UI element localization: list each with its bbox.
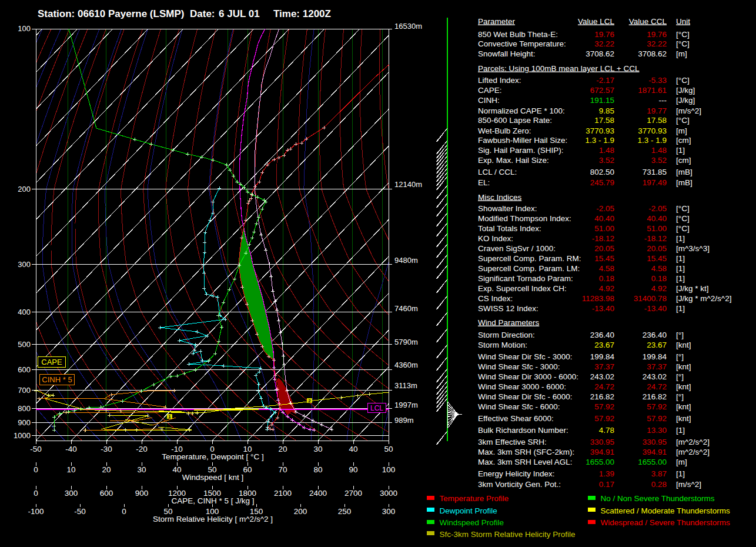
svg-text:1.48: 1.48	[599, 146, 614, 155]
svg-text:40: 40	[172, 465, 181, 474]
svg-text:216.82: 216.82	[590, 392, 614, 401]
svg-text:Supercell Comp. Param. RM:: Supercell Comp. Param. RM:	[478, 254, 581, 263]
svg-text:32.22: 32.22	[647, 39, 667, 48]
svg-text:[mB]: [mB]	[676, 168, 693, 176]
svg-text:CS Index:: CS Index:	[478, 294, 513, 303]
svg-text:80: 80	[313, 465, 322, 474]
svg-text:10: 10	[66, 465, 75, 474]
svg-text:[1]: [1]	[676, 469, 685, 478]
svg-text:3.52: 3.52	[599, 156, 614, 165]
svg-text:50: 50	[384, 445, 393, 453]
svg-text:6 JUL 01: 6 JUL 01	[219, 8, 260, 19]
svg-text:CAPE:: CAPE:	[478, 86, 502, 95]
svg-text:900: 900	[135, 489, 149, 498]
svg-text:Scattered / Moderate Thunderst: Scattered / Moderate Thunderstorms	[601, 506, 731, 515]
svg-text:330.95: 330.95	[643, 438, 667, 446]
svg-text:57.92: 57.92	[594, 414, 614, 423]
svg-text:[J/kg]: [J/kg]	[676, 96, 695, 105]
svg-text:Modified Thompson Index:: Modified Thompson Index:	[478, 214, 571, 223]
svg-text:51.00: 51.00	[647, 224, 667, 233]
svg-text:[m^2/s^2]: [m^2/s^2]	[676, 438, 710, 446]
svg-text:[1]: [1]	[676, 264, 685, 273]
svg-text:Unit: Unit	[676, 17, 690, 26]
svg-text:394.91: 394.91	[590, 448, 614, 456]
svg-text:SWISS 12 Index:: SWISS 12 Index:	[478, 304, 538, 313]
svg-text:17.58: 17.58	[647, 116, 667, 125]
svg-text:Temperature, Dewpoint [ °C ]: Temperature, Dewpoint [ °C ]	[162, 452, 263, 461]
svg-text:[knt]: [knt]	[676, 414, 691, 423]
svg-text:[1]: [1]	[676, 146, 685, 155]
svg-text:19.76: 19.76	[594, 30, 614, 39]
svg-text:[°]: [°]	[676, 372, 684, 381]
svg-text:Sfc-3km Storm Relative Helicit: Sfc-3km Storm Relative Helicity Profile	[440, 530, 576, 539]
svg-text:-18.12: -18.12	[592, 234, 614, 243]
svg-text:Bulk Richardson Number:: Bulk Richardson Number:	[478, 426, 568, 435]
svg-text:32.22: 32.22	[594, 39, 614, 48]
svg-text:3770.93: 3770.93	[638, 126, 667, 135]
svg-text:-2.05: -2.05	[648, 204, 667, 213]
svg-text:9.85: 9.85	[599, 106, 614, 115]
svg-text:CAPE, CINH * 5 [ J/kg ]: CAPE, CINH * 5 [ J/kg ]	[171, 496, 254, 505]
svg-text:19.76: 19.76	[647, 30, 667, 39]
svg-text:70: 70	[278, 465, 287, 474]
svg-text:20.05: 20.05	[647, 244, 667, 253]
svg-text:Wind Shear Dir 3000 - 6000:: Wind Shear Dir 3000 - 6000:	[478, 372, 578, 381]
svg-text:1655.00: 1655.00	[586, 458, 614, 466]
svg-text:4.78: 4.78	[599, 426, 614, 435]
svg-text:30: 30	[137, 465, 146, 474]
svg-text:Parameter: Parameter	[478, 17, 516, 26]
svg-text:30: 30	[313, 445, 322, 453]
svg-text:Storm Direction:: Storm Direction:	[478, 331, 535, 339]
svg-text:Windspeed Profile: Windspeed Profile	[440, 518, 504, 527]
svg-text:[m/s^2]: [m/s^2]	[676, 480, 701, 489]
svg-text:[°C]: [°C]	[676, 214, 690, 223]
svg-text:-2.17: -2.17	[596, 76, 614, 85]
svg-text:90: 90	[349, 465, 357, 474]
svg-text:---: ---	[659, 96, 667, 105]
svg-text:4360m: 4360m	[394, 361, 418, 369]
svg-text:0: 0	[34, 489, 38, 498]
svg-text:243.02: 243.02	[643, 372, 667, 381]
svg-text:1.3 - 1.9: 1.3 - 1.9	[637, 136, 667, 145]
svg-text:[m]: [m]	[676, 49, 687, 58]
svg-text:-50: -50	[30, 445, 42, 453]
svg-text:Windspeed [ knt ]: Windspeed [ knt ]	[182, 473, 243, 482]
svg-text:[°]: [°]	[676, 352, 684, 361]
svg-text:600: 600	[100, 489, 113, 498]
svg-text:[cm]: [cm]	[676, 136, 691, 145]
svg-text:No / Non Severe Thunderstorms: No / Non Severe Thunderstorms	[601, 494, 715, 503]
svg-text:672.57: 672.57	[590, 86, 614, 95]
svg-text:Wind Shear 3000 - 6000:: Wind Shear 3000 - 6000:	[478, 382, 566, 391]
svg-text:60: 60	[243, 465, 252, 474]
svg-text:Craven SigSvr / 1000:: Craven SigSvr / 1000:	[478, 244, 556, 253]
svg-text:243.02: 243.02	[590, 372, 614, 381]
svg-text:[°C]: [°C]	[676, 204, 690, 213]
svg-text:24.72: 24.72	[647, 382, 667, 391]
svg-text:0.28: 0.28	[651, 480, 667, 489]
svg-text:Wet-Bulb Zero:: Wet-Bulb Zero:	[478, 126, 531, 135]
svg-text:[knt]: [knt]	[676, 341, 691, 349]
svg-text:[m]: [m]	[676, 126, 687, 135]
svg-text:-5.33: -5.33	[648, 76, 667, 85]
svg-text:1000: 1000	[14, 431, 31, 440]
svg-text:LCL / CCL:: LCL / CCL:	[478, 168, 517, 176]
svg-text:1.48: 1.48	[651, 146, 667, 155]
svg-text:23.67: 23.67	[647, 341, 667, 349]
svg-text:[1]: [1]	[676, 426, 685, 435]
svg-text:197.49: 197.49	[643, 178, 667, 187]
svg-text:Misc Indices: Misc Indices	[478, 193, 522, 202]
svg-text:Lifted Index:: Lifted Index:	[478, 76, 521, 85]
svg-text:Storm Relative Helicity [ m^2: Storm Relative Helicity [ m^2/s^2 ]	[153, 515, 273, 523]
svg-text:5790m: 5790m	[394, 338, 418, 346]
svg-text:[°C]: [°C]	[676, 39, 690, 48]
svg-text:57.92: 57.92	[594, 402, 614, 411]
svg-text:Convective Temperature:: Convective Temperature:	[478, 39, 566, 48]
svg-text:[°]: [°]	[676, 392, 684, 401]
svg-text:1871.61: 1871.61	[638, 86, 667, 95]
svg-text:800: 800	[18, 404, 31, 413]
svg-text:1.39: 1.39	[599, 469, 614, 478]
svg-text:3.87: 3.87	[651, 469, 667, 478]
svg-text:20.05: 20.05	[594, 244, 614, 253]
svg-text:[cm]: [cm]	[676, 156, 691, 165]
svg-text:Energy Helicity Index:: Energy Helicity Index:	[478, 469, 555, 478]
